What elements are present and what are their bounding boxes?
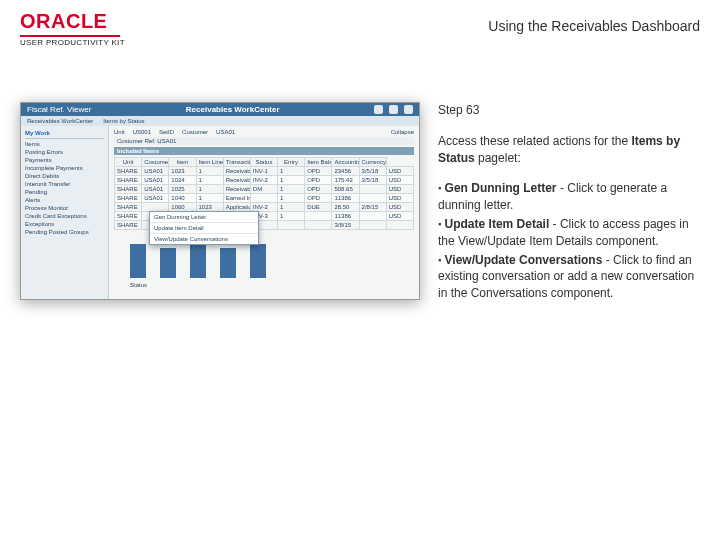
popup-item-gen-dunning[interactable]: Gen Dunning Letter bbox=[150, 212, 258, 223]
table-cell: 1 bbox=[196, 176, 223, 185]
table-row[interactable]: SHAREUSA0110241ReceivablesINV-21OPD175.4… bbox=[115, 176, 414, 185]
table-cell: 3/5/18 bbox=[359, 167, 386, 176]
table-cell: OPD bbox=[305, 185, 332, 194]
table-cell: USD bbox=[386, 167, 413, 176]
table-cell: 11386 bbox=[332, 194, 359, 203]
action-line: ▪ Gen Dunning Letter - Click to generate… bbox=[438, 180, 700, 214]
table-cell: 1024 bbox=[169, 176, 196, 185]
collapse-link[interactable]: Collapse bbox=[391, 129, 414, 135]
table-row[interactable]: SHAREUSA0110401Earned Interest1OPD11386U… bbox=[115, 194, 414, 203]
oracle-bar-divider bbox=[20, 35, 120, 37]
col-header[interactable]: Unit bbox=[115, 158, 142, 167]
filter-setid-label: SetID bbox=[159, 129, 174, 135]
table-cell: 1023 bbox=[169, 167, 196, 176]
table-cell bbox=[278, 221, 305, 230]
menu-icon[interactable] bbox=[404, 105, 413, 114]
table-cell: Receivables bbox=[223, 167, 250, 176]
titlebar-icons bbox=[374, 105, 413, 114]
oracle-logo: ORACLE bbox=[20, 10, 125, 33]
table-row[interactable]: SHAREUSA0110251ReceivableDM1OPD508.65USD bbox=[115, 185, 414, 194]
logo-block: ORACLE USER PRODUCTIVITY KIT bbox=[20, 10, 125, 47]
table-cell: 508.65 bbox=[332, 185, 359, 194]
table-cell: SHARE bbox=[115, 221, 142, 230]
filter-customer-value[interactable]: USA01 bbox=[216, 129, 235, 135]
home-icon[interactable] bbox=[374, 105, 383, 114]
sidebar-item[interactable]: Payments bbox=[25, 157, 104, 163]
table-cell: SHARE bbox=[115, 194, 142, 203]
table-cell: USD bbox=[386, 185, 413, 194]
table-cell: 1 bbox=[196, 194, 223, 203]
filter-unit-value[interactable]: US001 bbox=[133, 129, 151, 135]
col-header[interactable]: Customer bbox=[142, 158, 169, 167]
actions-list: ▪ Gen Dunning Letter - Click to generate… bbox=[438, 180, 700, 302]
breadcrumb-bar: Receivables WorkCenter Items by Status bbox=[21, 116, 419, 126]
customer-ref-bar: Customer Ref: USA01 bbox=[114, 137, 414, 145]
action-name: Gen Dunning Letter bbox=[445, 181, 557, 195]
workcenter-title: Receivables WorkCenter bbox=[91, 105, 374, 114]
table-cell: 1 bbox=[278, 167, 305, 176]
table-cell: USA01 bbox=[142, 194, 169, 203]
table-cell: 175.42 bbox=[332, 176, 359, 185]
chart-bar bbox=[220, 248, 236, 278]
bullet-icon: ▪ bbox=[438, 255, 441, 265]
table-cell: DUE bbox=[305, 203, 332, 212]
table-cell bbox=[305, 212, 332, 221]
table-cell bbox=[359, 185, 386, 194]
table-cell: Receivable bbox=[223, 185, 250, 194]
table-cell bbox=[305, 221, 332, 230]
action-name: Update Item Detail bbox=[445, 217, 550, 231]
filter-unit-label: Unit bbox=[114, 129, 125, 135]
table-cell: 3/8/15 bbox=[332, 221, 359, 230]
col-header[interactable]: Item Line bbox=[196, 158, 223, 167]
filter-bar: Unit US001 SetID Customer USA01 Collapse bbox=[114, 129, 414, 135]
table-cell: 1 bbox=[278, 203, 305, 212]
instructions-column: Step 63 Access these related actions for… bbox=[438, 102, 700, 302]
table-cell: USA01 bbox=[142, 176, 169, 185]
action-name: View/Update Conversations bbox=[445, 253, 603, 267]
popup-item-conversations[interactable]: View/Update Conversations bbox=[150, 234, 258, 244]
sidebar-item[interactable]: Items bbox=[25, 141, 104, 147]
table-cell: INV-1 bbox=[250, 167, 277, 176]
sidebar-header-mywork[interactable]: My Work bbox=[25, 130, 104, 139]
table-cell: USD bbox=[386, 212, 413, 221]
document-title: Using the Receivables Dashboard bbox=[488, 18, 700, 34]
sidebar-item[interactable]: Interunit Transfer bbox=[25, 181, 104, 187]
sidebar-item[interactable]: Exceptions bbox=[25, 221, 104, 227]
flag-icon[interactable] bbox=[389, 105, 398, 114]
filter-customer-label: Customer bbox=[182, 129, 208, 135]
sidebar-item[interactable]: Process Monitor bbox=[25, 205, 104, 211]
col-header[interactable]: Item Balance bbox=[305, 158, 332, 167]
col-header[interactable]: Accounting Date bbox=[332, 158, 359, 167]
sidebar-item[interactable]: Credit Card Exceptions bbox=[25, 213, 104, 219]
sidebar-item[interactable]: Posting Errors bbox=[25, 149, 104, 155]
table-cell: SHARE bbox=[115, 167, 142, 176]
sidebar-item[interactable]: Incomplete Payments bbox=[25, 165, 104, 171]
table-cell: 1 bbox=[196, 185, 223, 194]
related-actions-popup: Gen Dunning Letter Update Item Detail Vi… bbox=[149, 211, 259, 245]
col-header[interactable]: Status bbox=[250, 158, 277, 167]
chart-bar bbox=[130, 244, 146, 278]
col-header[interactable]: Currency bbox=[359, 158, 386, 167]
chart-bar bbox=[160, 248, 176, 278]
table-cell: 28.50 bbox=[332, 203, 359, 212]
table-cell: OPD bbox=[305, 194, 332, 203]
sidebar-item[interactable]: Pending Posted Groups bbox=[25, 229, 104, 235]
col-header[interactable]: Transaction Type bbox=[223, 158, 250, 167]
popup-item-update-item[interactable]: Update Item Detail bbox=[150, 223, 258, 234]
bullet-icon: ▪ bbox=[438, 219, 441, 229]
table-cell: SHARE bbox=[115, 176, 142, 185]
product-kit-label: USER PRODUCTIVITY KIT bbox=[20, 38, 125, 47]
sidebar-item[interactable]: Direct Debits bbox=[25, 173, 104, 179]
col-header[interactable]: Item bbox=[169, 158, 196, 167]
table-cell: USD bbox=[386, 203, 413, 212]
table-cell: INV-2 bbox=[250, 176, 277, 185]
sidebar-item[interactable]: Alerts bbox=[25, 197, 104, 203]
sidebar-item[interactable]: Pending bbox=[25, 189, 104, 195]
table-cell: DM bbox=[250, 185, 277, 194]
col-header[interactable]: Entry bbox=[278, 158, 305, 167]
intro-part-a: Access these related actions for the bbox=[438, 134, 631, 148]
table-cell: OPD bbox=[305, 176, 332, 185]
table-row[interactable]: SHAREUSA0110231ReceivablesINV-11OPD23456… bbox=[115, 167, 414, 176]
app-screenshot: Fiscal Ref. Viewer Receivables WorkCente… bbox=[20, 102, 420, 300]
table-cell bbox=[250, 194, 277, 203]
